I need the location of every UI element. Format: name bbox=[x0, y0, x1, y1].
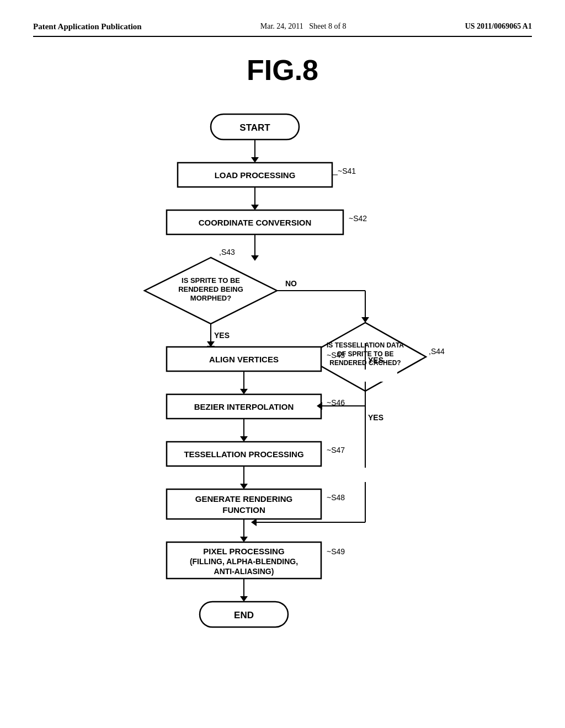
svg-marker-25 bbox=[240, 389, 248, 394]
figure-title: FIG.8 bbox=[33, 53, 532, 87]
s49-line3: ANTI-ALIASING) bbox=[214, 567, 274, 576]
header-date-sheet: Mar. 24, 2011 Sheet 8 of 8 bbox=[260, 22, 347, 31]
page: Patent Application Publication Mar. 24, … bbox=[0, 0, 565, 728]
svg-marker-28 bbox=[240, 436, 248, 442]
s47-ref: ~S47 bbox=[327, 446, 345, 454]
flowchart-diagram: START LOAD PROCESSING ~S41 COORDINATE CO… bbox=[56, 109, 509, 704]
s43-ref: ,S43 bbox=[219, 248, 235, 256]
s48-line2: FUNCTION bbox=[222, 505, 265, 515]
s45-label: ALIGN VERTICES bbox=[209, 355, 279, 364]
svg-marker-2 bbox=[251, 157, 259, 163]
s43-yes-label: YES bbox=[214, 331, 230, 340]
svg-marker-31 bbox=[240, 484, 248, 489]
s46-label: BEZIER INTERPOLATION bbox=[194, 402, 294, 411]
s42-label: COORDINATE CONVERSION bbox=[199, 218, 312, 227]
svg-marker-9 bbox=[251, 255, 259, 261]
svg-marker-34 bbox=[240, 537, 248, 542]
s44-q2: OF SPRITE TO BE bbox=[337, 350, 393, 358]
s49-line2: (FILLING, ALPHA-BLENDING, bbox=[190, 557, 298, 566]
s43-q2: RENDERED BEING bbox=[178, 285, 243, 293]
s45-ref: ~S45 bbox=[327, 351, 345, 360]
s42-ref: ~S42 bbox=[349, 214, 367, 223]
s48-line1: GENERATE RENDERING bbox=[195, 494, 292, 504]
s41-label: LOAD PROCESSING bbox=[215, 170, 296, 180]
s44-q3: RENDERED CACHED? bbox=[329, 359, 401, 367]
s44-q1: IS TESSELLATION DATA bbox=[327, 341, 404, 349]
header-publication-label: Patent Application Publication bbox=[33, 22, 142, 31]
svg-marker-37 bbox=[240, 596, 248, 602]
s49-ref: ~S49 bbox=[327, 547, 345, 556]
s41-ref: ~S41 bbox=[338, 167, 356, 175]
s48-ref: ~S48 bbox=[327, 493, 345, 502]
page-header: Patent Application Publication Mar. 24, … bbox=[33, 22, 532, 37]
svg-marker-6 bbox=[251, 205, 259, 210]
s43-q3: MORPHED? bbox=[190, 294, 231, 302]
end-label: END bbox=[234, 610, 254, 620]
s44-yes-label: YES bbox=[368, 413, 383, 422]
s46-ref: ~S46 bbox=[327, 398, 345, 407]
s49-line1: PIXEL PROCESSING bbox=[203, 547, 284, 556]
s47-label: TESSELLATION PROCESSING bbox=[184, 449, 303, 459]
header-patent-number: US 2011/0069065 A1 bbox=[465, 22, 532, 31]
s44-ref: ,S44 bbox=[429, 347, 445, 356]
svg-marker-13 bbox=[361, 317, 369, 323]
s43-no-label: NO bbox=[285, 279, 297, 288]
s43-q1: IS SPRITE TO BE bbox=[182, 276, 240, 285]
start-label: START bbox=[239, 122, 270, 133]
